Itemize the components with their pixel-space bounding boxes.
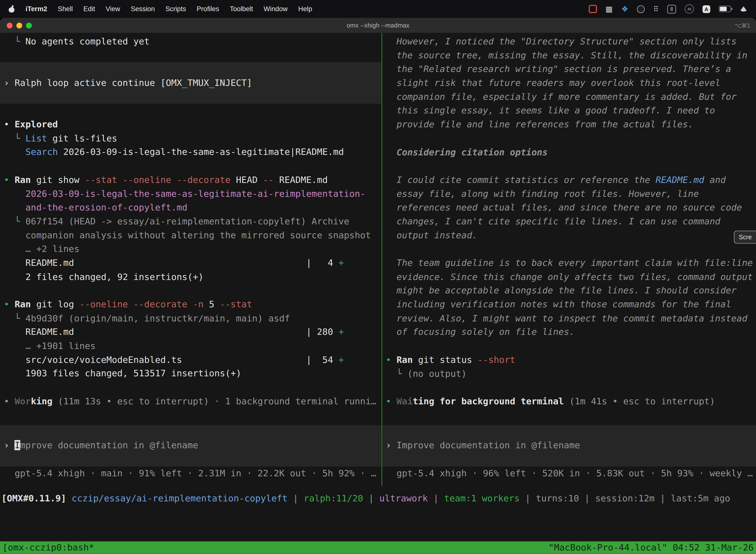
iterm-window: omx --xhigh --madmax ⌥⌘1 └ No agents com… (0, 18, 756, 554)
window-shortcut-badge: ⌥⌘1 (735, 22, 750, 29)
terminal-line: └ 067f154 (HEAD -> essay/ai-reimplementa… (0, 215, 381, 229)
working-status: • Working (11m 13s • esc to interrupt) ·… (0, 395, 381, 408)
apple-menu-icon[interactable] (8, 5, 15, 13)
terminal-line: the source tree, missing the essay. Stil… (382, 49, 756, 63)
terminal-line: • Ran git status --short (382, 353, 756, 367)
terminal-line (0, 104, 381, 118)
terminal-line: └ (no output) (382, 367, 756, 381)
terminal-line: companion analysis without altering the … (0, 229, 381, 242)
dots-grid-icon[interactable] (653, 4, 658, 13)
prompt-input-right[interactable]: › Improve documentation in @filename (382, 425, 756, 466)
menu-bar: iTerm2 Shell Edit View Session Scripts P… (0, 0, 756, 18)
window-titlebar[interactable]: omx --xhigh --madmax ⌥⌘1 (0, 18, 756, 33)
terminal-area: └ No agents completed yet› Ralph loop ac… (0, 33, 756, 486)
terminal-line (382, 131, 756, 146)
waiting-status: • Waiting for background terminal (1m 41… (382, 395, 756, 408)
model-status-left: gpt-5.4 xhigh · main · 91% left · 2.31M … (0, 466, 381, 480)
omx-status-bar: [OMX#0.11.9] cczip/essay/ai-reimplementa… (0, 486, 756, 542)
screen-recording-indicator-icon[interactable] (588, 5, 597, 13)
terminal-line: • Ran git log --oneline --decorate -n 5 … (0, 297, 381, 312)
terminal-line: Search 2026-03-09-is-legal-the-same-as-l… (0, 146, 381, 159)
terminal-pane-left[interactable]: └ No agents completed yet› Ralph loop ac… (0, 33, 381, 486)
terminal-line: However, I noticed the "Directory Struct… (382, 35, 756, 49)
terminal-line (382, 339, 756, 353)
menu-help[interactable]: Help (293, 0, 317, 18)
terminal-line: this single essay, it seems like a good … (382, 104, 756, 118)
terminal-line (382, 242, 756, 256)
window-title: omx --xhigh --madmax (0, 21, 756, 29)
terminal-line: I could cite commit statistics or refere… (382, 173, 756, 187)
terminal-line: the "Related research writing" section i… (382, 63, 756, 76)
notification-tooltip[interactable]: Scre (734, 231, 756, 243)
dark-circle-app-icon[interactable] (637, 5, 645, 13)
terminal-line: companion file, especially if more comme… (382, 90, 756, 104)
terminal-line: references need actual files, and since … (382, 201, 756, 215)
input-source-icon[interactable]: A (702, 5, 710, 13)
tmux-host-clock: "MacBook-Pro-44.local" 04:52 31-Mar-26 (549, 541, 754, 554)
menu-window[interactable]: Window (258, 0, 293, 18)
ralph-loop-banner[interactable]: › Ralph loop active continue [OMX_TMUX_I… (0, 63, 381, 104)
battery-icon[interactable] (719, 6, 731, 12)
terminal-line: essay file, along with finding root file… (382, 187, 756, 201)
omx-session-status: [OMX#0.11.9] cczip/essay/ai-reimplementa… (0, 492, 756, 506)
terminal-line: might be acceptable alongside the file l… (382, 284, 756, 298)
menu-view[interactable]: View (101, 0, 126, 18)
terminal-line: … +1901 lines (0, 339, 381, 353)
terminal-line: 2026-03-09-is-legal-the-same-as-legitima… (0, 187, 381, 201)
terminal-line: 1903 files changed, 513517 insertions(+) (0, 367, 381, 381)
spacer (382, 408, 756, 425)
terminal-line: provide file and line references from th… (382, 118, 756, 132)
blue-app-icon[interactable] (621, 4, 628, 13)
terminal-line: 2 files changed, 92 insertions(+) (0, 270, 381, 284)
battery-gauge-icon[interactable]: .61 (685, 4, 694, 13)
terminal-line: review. Also, I might want to inspect th… (382, 312, 756, 325)
terminal-line (0, 49, 381, 63)
panel-line: › Improve documentation in @filename (382, 439, 756, 453)
terminal-line: evidence. Since this change only affects… (382, 270, 756, 284)
menu-session[interactable]: Session (126, 0, 160, 18)
terminal-line: … +2 lines (0, 242, 381, 256)
wifi-icon[interactable] (740, 6, 747, 11)
model-status-right: gpt-5.4 xhigh · 96% left · 520K in · 5.8… (382, 466, 756, 480)
terminal-line: └ 4b9d30f (origin/main, instructkr/main,… (0, 312, 381, 325)
terminal-line: src/voice/voiceModeEnabled.ts | 54 + (0, 353, 381, 367)
panel-line: › Improve documentation in @filename (0, 439, 381, 452)
terminal-line: changes, I can't cite specific file line… (382, 215, 756, 229)
terminal-line: including verification notes with those … (382, 298, 756, 312)
terminal-line (382, 381, 756, 395)
terminal-line: • Explored (0, 118, 381, 131)
menu-scripts[interactable]: Scripts (160, 0, 191, 18)
terminal-line: └ No agents completed yet (0, 35, 381, 49)
menu-toolbelt[interactable]: Toolbelt (225, 0, 258, 18)
terminal-line: The team guideline is to back every impo… (382, 256, 756, 270)
terminal-line: slight risk that future readers may over… (382, 76, 756, 90)
terminal-line: of focusing solely on file lines. (382, 325, 756, 339)
terminal-line (0, 284, 381, 298)
terminal-line: • Ran git show --stat --oneline --decora… (0, 173, 381, 187)
terminal-line (0, 159, 381, 173)
terminal-line: └ List git ls-files (0, 131, 381, 146)
tmux-session-window[interactable]: [omx-cczip0:bash* (2, 541, 94, 554)
terminal-pane-right[interactable]: However, I noticed the "Directory Struct… (382, 33, 756, 486)
window-grid-icon[interactable] (606, 4, 613, 13)
thinking-heading: Considering citation options (382, 146, 756, 159)
menu-shell[interactable]: Shell (53, 0, 78, 18)
prompt-input-left[interactable]: › Improve documentation in @filename (0, 425, 381, 466)
menu-app-name[interactable]: iTerm2 (20, 0, 53, 18)
key-badge-icon[interactable]: 8 (667, 4, 676, 13)
spacer (0, 408, 381, 425)
terminal-line (0, 381, 381, 395)
terminal-line: README.md | 280 + (0, 325, 381, 339)
screen: iTerm2 Shell Edit View Session Scripts P… (0, 0, 756, 554)
terminal-line: and-the-erosion-of-copyleft.md (0, 201, 381, 215)
panel-line: › Ralph loop active continue [OMX_TMUX_I… (0, 76, 381, 90)
tmux-status-bar: [omx-cczip0:bash* "MacBook-Pro-44.local"… (0, 541, 756, 554)
menu-bar-status-area: 8 .61 A (588, 4, 753, 13)
terminal-line (382, 159, 756, 173)
terminal-line: README.md | 4 + (0, 256, 381, 270)
terminal-line: output instead. (382, 229, 756, 242)
menu-edit[interactable]: Edit (78, 0, 101, 18)
menu-profiles[interactable]: Profiles (191, 0, 225, 18)
